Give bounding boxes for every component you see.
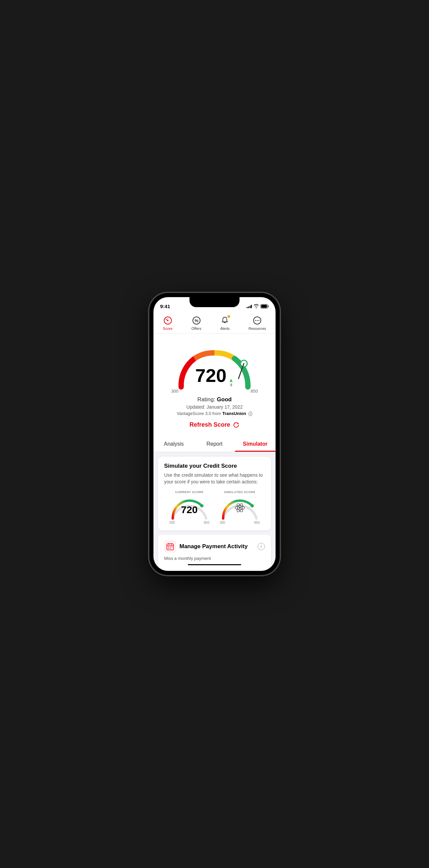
simulator-card: Simulate your Credit Score Use the credi… [158,457,271,530]
tab-analysis[interactable]: Analysis [154,436,194,452]
svg-rect-23 [170,548,171,549]
simulated-score-gauge-visual [220,495,260,520]
payment-card-header: Manage Payment Activity i [164,540,265,553]
svg-rect-20 [170,547,171,547]
current-score-label: CURRENT SCORE [175,490,203,494]
notch [190,297,239,307]
tab-simulator[interactable]: Simulator [235,436,275,452]
current-score-range: 300 850 [169,521,209,524]
score-delta: 9 [230,383,232,387]
simulated-score-label: SIMULATED SCORE [224,490,256,494]
current-score-value: 720 [181,504,197,516]
score-section: 720 ▲ 9 300 850 Rating: Good [154,334,275,436]
updated-date: January 17, 2022 [206,404,242,410]
current-score-max: 850 [204,521,209,524]
payment-info-icon[interactable]: i [258,543,265,550]
gauge-labels: 300 850 [168,389,261,394]
nav-label-resources: Resources [249,327,266,331]
score-change: ▲ 9 [229,378,234,387]
source-text: VantageScore 3.0 from TransUnion i [177,411,252,416]
simulated-score-gauge: SIMULATED SCORE [220,490,260,524]
payment-desc: Miss a monthly payment [164,556,265,561]
payment-title: Manage Payment Activity [179,543,248,550]
updated-text: Updated: January 17, 2022 [187,404,243,410]
nav-item-resources[interactable]: Resources [244,314,270,332]
mini-gauges: CURRENT SCORE [164,490,265,524]
gauge-min-label: 300 [171,389,178,394]
svg-rect-1 [261,305,267,308]
top-nav: Score % Offers [154,312,275,334]
wifi-icon [254,304,259,308]
battery-icon [261,304,269,308]
simulator-card-title: Simulate your Credit Score [164,463,265,469]
simulated-score-max: 850 [254,521,260,524]
score-arrow: ▲ [229,378,234,383]
speedometer-icon [163,316,172,325]
nav-label-alerts: Alerts [220,327,230,331]
svg-rect-21 [171,547,172,547]
rating-value: Good [217,396,232,403]
percent-icon: % [192,316,201,325]
status-icons [246,304,269,308]
rating-text: Rating: Good [197,396,232,403]
score-value: 720 [195,366,226,385]
status-time: 9:41 [160,304,170,309]
phone-frame: 9:41 [150,293,279,575]
tab-report[interactable]: Report [194,436,235,452]
info-badge: i [249,412,252,416]
score-gauge: 720 ▲ 9 300 850 [168,340,261,394]
nav-label-score: Score [163,327,172,331]
svg-rect-19 [168,547,169,547]
simulated-score-min: 300 [220,521,226,524]
bell-icon [220,316,230,325]
svg-point-13 [251,504,254,507]
payment-card-left: Manage Payment Activity [164,540,248,553]
nav-label-offers: Offers [192,327,201,331]
svg-point-8 [255,320,256,321]
more-dots-icon [253,316,262,325]
payment-activity-card: Manage Payment Activity i Miss a monthly… [158,534,271,571]
signal-bars-icon [246,304,252,308]
refresh-icon [233,422,239,428]
notification-dot [228,315,230,318]
nav-item-alerts[interactable]: Alerts [216,314,233,332]
nav-item-offers[interactable]: % Offers [188,314,205,332]
gauge-max-label: 850 [251,389,258,394]
svg-point-12 [200,504,203,507]
atom-icon [234,502,246,516]
current-score-min: 300 [169,521,175,524]
svg-text:%: % [195,318,198,323]
svg-point-9 [257,320,258,321]
svg-rect-22 [168,548,169,549]
source-brand: TransUnion [222,411,246,416]
svg-point-14 [239,507,241,509]
underline-bar [188,564,241,565]
current-score-gauge: CURRENT SCORE [169,490,209,524]
main-scroll[interactable]: 720 ▲ 9 300 850 Rating: Good [154,334,275,571]
refresh-score-button[interactable]: Refresh Score [190,421,239,428]
score-display: 720 ▲ 9 [195,366,233,387]
phone-screen: 9:41 [154,297,275,571]
content-area: Simulate your Credit Score Use the credi… [154,452,275,571]
calendar-icon [164,540,176,553]
simulated-score-range: 300 850 [220,521,260,524]
svg-point-10 [259,320,260,321]
svg-point-4 [167,318,168,319]
nav-item-score[interactable]: Score [159,314,176,332]
tabs-container: Analysis Report Simulator [154,436,275,452]
current-score-gauge-visual: 720 [169,495,209,520]
refresh-label: Refresh Score [190,421,230,428]
simulator-card-desc: Use the credit simulator to see what hap… [164,472,265,485]
